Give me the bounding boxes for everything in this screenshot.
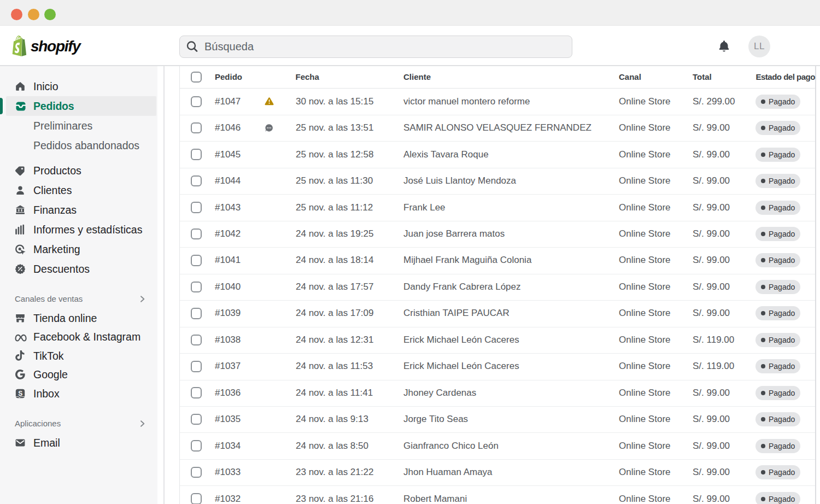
svg-text:S: S — [18, 390, 22, 397]
